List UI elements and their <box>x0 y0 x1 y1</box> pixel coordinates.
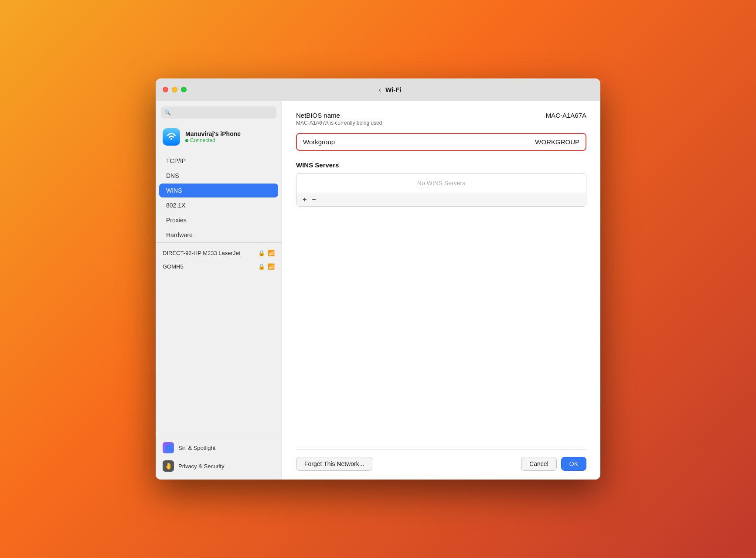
sidebar-item-tcpip[interactable]: TCP/IP <box>159 154 278 168</box>
netbios-sub: MAC-A1A67A is currently being used <box>296 120 382 126</box>
forget-network-button[interactable]: Forget This Network... <box>296 457 372 471</box>
remove-server-button[interactable]: − <box>309 195 318 204</box>
privacy-label: Privacy & Security <box>178 463 224 470</box>
network-list-item-gomh5: GOMH5 🔒 📶 <box>156 260 282 273</box>
status-text: Connected <box>190 137 215 143</box>
sidebar-search[interactable]: 🔍 <box>161 106 276 119</box>
sidebar-item-hardware[interactable]: Hardware <box>159 228 278 242</box>
sidebar-nav: TCP/IP DNS WINS 802.1X Proxies Hardware <box>156 153 282 242</box>
sidebar-bottom: 🌀 Siri & Spotlight 🤚 Privacy & Security <box>156 434 282 480</box>
detail-footer: Forget This Network... Cancel OK <box>296 449 586 471</box>
netbios-row: NetBIOS name MAC-A1A67A is currently bei… <box>296 112 586 126</box>
traffic-lights <box>163 87 187 92</box>
sidebar-item-proxies[interactable]: Proxies <box>159 213 278 227</box>
network-list-icons-2: 🔒 📶 <box>258 263 275 270</box>
title-bar: ‹ Wi-Fi <box>156 78 600 101</box>
lock-icon: 🔒 <box>258 250 265 256</box>
wifi-icon-box <box>163 128 180 146</box>
sidebar-item-8021x[interactable]: 802.1X <box>159 198 278 212</box>
sidebar-item-privacy[interactable]: 🤚 Privacy & Security <box>156 457 282 475</box>
wins-servers-toolbar: + − <box>296 193 586 206</box>
footer-right: Cancel OK <box>521 457 586 471</box>
workgroup-label: Workgroup <box>303 138 335 146</box>
netbios-left: NetBIOS name MAC-A1A67A is currently bei… <box>296 112 382 126</box>
sidebar-item-dns[interactable]: DNS <box>159 169 278 183</box>
ok-button[interactable]: OK <box>561 457 586 471</box>
add-server-button[interactable]: + <box>300 195 309 204</box>
search-icon: 🔍 <box>164 109 171 116</box>
sidebar-item-siri[interactable]: 🌀 Siri & Spotlight <box>156 439 282 457</box>
title-bar-center: ‹ Wi-Fi <box>187 85 593 94</box>
status-dot <box>185 139 188 142</box>
close-button[interactable] <box>163 87 168 92</box>
cancel-button[interactable]: Cancel <box>521 457 557 471</box>
privacy-icon: 🤚 <box>163 460 174 472</box>
wifi-symbol-icon <box>166 132 177 142</box>
sidebar: 🔍 Manuviraj's iPhone Connected <box>156 101 282 480</box>
network-status: Connected <box>185 137 241 143</box>
network-list-icons: 🔒 📶 <box>258 250 275 256</box>
siri-icon: 🌀 <box>163 442 174 453</box>
window-title: Wi-Fi <box>385 86 402 93</box>
workgroup-value: WORKGROUP <box>535 138 579 146</box>
minimize-button[interactable] <box>172 87 177 92</box>
detail-panel: NetBIOS name MAC-A1A67A is currently bei… <box>282 101 600 480</box>
network-list-bottom: DIRECT-92-HP M233 LaserJet 🔒 📶 GOMH5 🔒 📶 <box>156 242 282 277</box>
back-arrow-icon[interactable]: ‹ <box>378 85 381 94</box>
wins-servers-box: No WINS Servers + − <box>296 173 586 207</box>
siri-label: Siri & Spotlight <box>178 445 215 451</box>
network-list-name-2: GOMH5 <box>163 263 184 270</box>
wifi-icon-2: 📶 <box>268 263 275 270</box>
workgroup-row[interactable]: Workgroup WORKGROUP <box>296 133 586 151</box>
network-info: Manuviraj's iPhone Connected <box>185 130 241 143</box>
main-content: 🔍 Manuviraj's iPhone Connected <box>156 101 600 480</box>
main-window: ‹ Wi-Fi 🔍 Manuviraj's iPhone <box>156 78 600 480</box>
lock-icon-2: 🔒 <box>258 263 265 270</box>
maximize-button[interactable] <box>181 87 187 92</box>
network-list-name: DIRECT-92-HP M233 LaserJet <box>163 250 240 256</box>
netbios-label: NetBIOS name <box>296 112 382 119</box>
network-item: Manuviraj's iPhone Connected <box>156 124 282 150</box>
wins-section-title: WINS Servers <box>296 161 586 169</box>
sidebar-item-wins[interactable]: WINS <box>159 184 278 197</box>
netbios-value: MAC-A1A67A <box>546 112 586 119</box>
network-list-item-direct: DIRECT-92-HP M233 LaserJet 🔒 📶 <box>156 246 282 260</box>
wifi-icon: 📶 <box>268 250 275 256</box>
network-name: Manuviraj's iPhone <box>185 130 241 137</box>
wins-servers-empty: No WINS Servers <box>296 174 586 193</box>
